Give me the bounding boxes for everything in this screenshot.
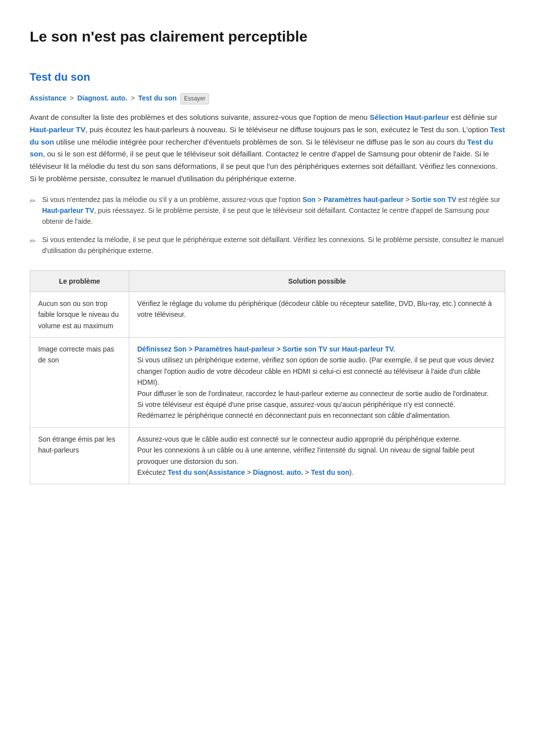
problems-table: Le problème Solution possible Aucun son …	[30, 270, 505, 485]
breadcrumb-diagnost[interactable]: Diagnost. auto.	[77, 94, 127, 102]
problem-cell-2: Image correcte mais pas de son	[30, 338, 129, 428]
intro-bold-1: Sélection Haut-parleur	[370, 113, 449, 121]
note-item-2: ✏ Si vous entendez la mélodie, il se peu…	[30, 234, 505, 256]
pencil-icon-1: ✏	[30, 195, 36, 207]
breadcrumb-assistance[interactable]: Assistance	[30, 94, 66, 102]
col-header-solution: Solution possible	[129, 270, 505, 292]
intro-text-5: , ou si le son est déformé, il se peut q…	[30, 150, 497, 183]
table-header-row: Le problème Solution possible	[30, 270, 505, 292]
note-item-1: ✏ Si vous n'entendez pas la mélodie ou s…	[30, 194, 505, 227]
breadcrumb: Assistance > Diagnost. auto. > Test du s…	[30, 93, 505, 104]
note-text-1: Si vous n'entendez pas la mélodie ou s'i…	[42, 194, 505, 227]
breadcrumb-test-son[interactable]: Test du son	[138, 94, 177, 102]
intro-text-2: est définie sur	[449, 113, 497, 121]
solution-2-line-1: Définissez Son > Paramètres haut-parleur…	[137, 344, 497, 354]
solution-cell-3: Assurez-vous que le câble audio est conn…	[129, 427, 505, 484]
solution-2-line-3: Pour diffuser le son de l'ordinateur, ra…	[137, 388, 497, 399]
solution-3-line-2: Pour les connexions à un câble ou à une …	[137, 445, 497, 467]
intro-text-4: utilise une mélodie intégrée pour recher…	[54, 138, 467, 146]
intro-paragraph: Avant de consulter la liste des problème…	[30, 111, 505, 185]
pencil-icon-2: ✏	[30, 235, 36, 247]
breadcrumb-sep1: >	[70, 94, 74, 102]
breadcrumb-sep2: >	[131, 94, 135, 102]
notes-list: ✏ Si vous n'entendez pas la mélodie ou s…	[30, 194, 505, 256]
intro-text-3: , puis écoutez les haut-parleurs à nouve…	[86, 125, 490, 134]
table-row: Aucun son ou son trop faible lorsque le …	[30, 292, 505, 337]
solution-3-line-1: Assurez-vous que le câble audio est conn…	[137, 434, 497, 445]
solution-2-line-4: Si votre téléviseur est équipé d'une pri…	[137, 399, 497, 410]
try-badge[interactable]: Essayer	[180, 93, 209, 104]
table-row: Image correcte mais pas de son Définisse…	[30, 338, 505, 428]
solution-2-line-2: Si vous utilisez un périphérique externe…	[137, 354, 497, 388]
solution-cell-2: Définissez Son > Paramètres haut-parleur…	[129, 338, 505, 428]
note-text-2: Si vous entendez la mélodie, il se peut …	[42, 234, 505, 256]
problem-cell-1: Aucun son ou son trop faible lorsque le …	[30, 292, 129, 337]
solution-3-line-3: Exécutez Test du son(Assistance > Diagno…	[137, 467, 497, 478]
table-row: Son étrange émis par les haut-parleurs A…	[30, 427, 505, 484]
problem-cell-3: Son étrange émis par les haut-parleurs	[30, 427, 129, 484]
solution-2-line-5: Redémarrez le périphérique connecté en d…	[137, 410, 497, 421]
solution-cell-1: Vérifiez le réglage du volume du périphé…	[129, 292, 505, 337]
col-header-problem: Le problème	[30, 270, 129, 292]
intro-text-1: Avant de consulter la liste des problème…	[30, 113, 370, 121]
page-title: Le son n'est pas clairement perceptible	[30, 25, 505, 49]
section-title: Test du son	[30, 68, 505, 86]
intro-bold-2: Haut-parleur TV	[30, 125, 86, 134]
